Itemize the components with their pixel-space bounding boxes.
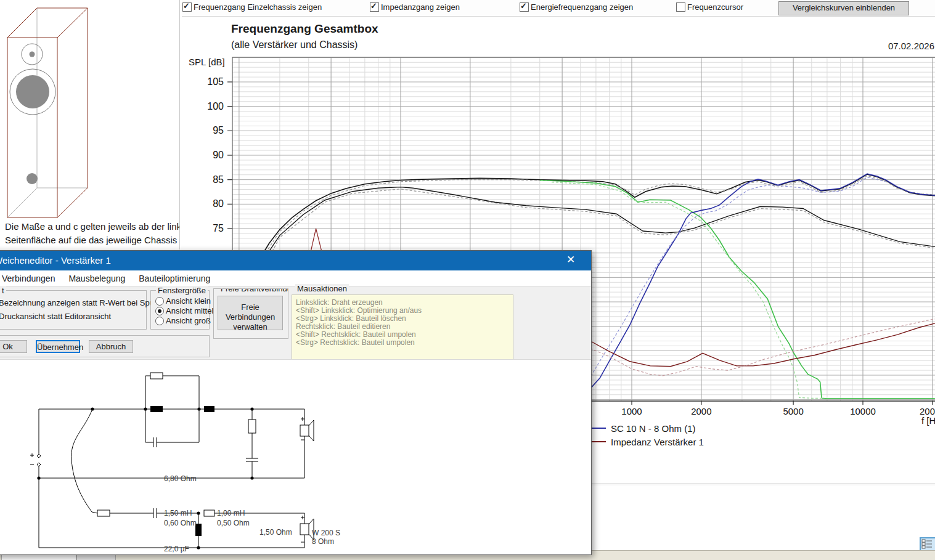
- port-hole: [27, 173, 38, 184]
- svg-text:105: 105: [207, 76, 224, 87]
- option-bezeichnung[interactable]: Bezeichnung anzeigen statt R-Wert bei Sp…: [0, 298, 165, 307]
- svg-text:100: 100: [207, 101, 224, 112]
- schematic-drawing: [1, 360, 591, 554]
- woofer-cone: [16, 75, 49, 108]
- svg-text:2000: 2000: [691, 406, 711, 416]
- option-druckansicht[interactable]: Druckansicht statt Editoransicht: [0, 312, 111, 321]
- toolbar-checkbox-label-1: Impedanzgang zeigen: [381, 2, 460, 12]
- panel-caption-line1: Die Maße a und c gelten jeweils ab der l…: [5, 221, 180, 232]
- cancel-button[interactable]: Abbruch: [89, 340, 133, 353]
- radio-label-2: Ansicht groß: [166, 316, 211, 325]
- radio-label-0: Ansicht klein: [166, 296, 211, 306]
- svg-text:95: 95: [213, 125, 224, 136]
- toolbar-checkbox-1[interactable]: [370, 2, 379, 12]
- tweeter-dome: [30, 52, 35, 57]
- svg-text:75: 75: [213, 223, 224, 233]
- svg-text:80: 80: [213, 198, 224, 209]
- series-vergleichskurve-w-200-s: [552, 182, 823, 399]
- legend-item-1: Impedanz Verstärker 1: [589, 435, 704, 448]
- resistor-shunt[interactable]: [248, 420, 256, 433]
- crossover-schematic[interactable]: 6,80 Ohm 1,50 mH 0,60 Ohm 1,00 mH 0,50 O…: [0, 359, 591, 554]
- chart-legend: SC 10 N - 8 Ohm (1)Impedanz Verstärker 1: [589, 421, 704, 448]
- radio-ansicht-mittel[interactable]: [155, 307, 164, 315]
- free-wires-group: Freie Drahtverbindungen Freie Verbindung…: [213, 288, 288, 339]
- resistor-r3[interactable]: [97, 510, 110, 516]
- resistor-parallel[interactable]: [150, 373, 163, 379]
- toolbar-checkbox-3[interactable]: [676, 2, 685, 12]
- dialog-titlebar[interactable]: Weicheneditor - Verstärker 1: [0, 251, 591, 270]
- apply-button[interactable]: Übernehmen: [36, 340, 80, 353]
- speaker-w200s[interactable]: [300, 417, 314, 441]
- options-group-label: t: [0, 286, 6, 295]
- toolbar-checkbox-2[interactable]: [520, 2, 529, 12]
- mouse-action-line-5: <Strg> Rechtsklick: Bauteil umpolen: [292, 339, 513, 347]
- panel-caption-line2: Seitenfläche auf die das jeweilige Chass…: [5, 235, 180, 245]
- radio-label-1: Ansicht mittel: [166, 306, 213, 315]
- legend-label: SC 10 N - 8 Ohm (1): [611, 423, 696, 434]
- series-impedanz-verstärker-1: [590, 323, 935, 367]
- radio-ansicht-groß[interactable]: [155, 317, 164, 325]
- label-speaker1-imp: 8 Ohm: [312, 537, 334, 546]
- close-icon[interactable]: [560, 251, 581, 270]
- list-view-icon[interactable]: [920, 537, 935, 550]
- mouse-actions-panel: Linksklick: Draht erzeugen<Shift> Linksk…: [292, 294, 513, 360]
- mouse-actions-label: Mausaktionen: [295, 284, 349, 293]
- label-l2-r: 0,50 Ohm: [217, 519, 250, 527]
- svg-text:90: 90: [213, 150, 224, 160]
- dialog-title: Weicheneditor - Verstärker 1: [0, 255, 111, 266]
- inductor-l1[interactable]: [150, 406, 163, 412]
- label-l1-value: 1,50 mH: [164, 509, 192, 517]
- label-l1-r: 0,60 Ohm: [164, 519, 197, 527]
- manage-free-wires-button[interactable]: Freie Verbindungen verwalten: [218, 296, 283, 330]
- legend-item-0: SC 10 N - 8 Ohm (1): [589, 421, 704, 435]
- compare-curves-button[interactable]: Vergleichskurven einblenden: [778, 1, 909, 15]
- svg-text:1000: 1000: [621, 406, 642, 416]
- svg-text:85: 85: [213, 174, 224, 185]
- svg-text:10000: 10000: [850, 406, 876, 416]
- chart-toolbar: Frequenzgang Einzelchassis zeigenImpedan…: [182, 0, 935, 17]
- label-speaker1-name: W 200 S: [312, 529, 340, 537]
- amp-terminals: [30, 453, 41, 466]
- speaker-box-panel: Die Maße a und c gelten jeweils ab der l…: [0, 0, 180, 250]
- ok-button[interactable]: Ok: [0, 340, 27, 353]
- toolbar-checkbox-label-3: Frequenzcursor: [687, 2, 743, 12]
- speaker-box-drawing: [0, 0, 179, 219]
- series-sc-10-n-einzelchassis: [590, 174, 935, 388]
- label-c-parallel: 22,0 µF: [164, 545, 189, 553]
- window-size-group: Fenstergröße Ansicht kleinAnsicht mittel…: [150, 290, 210, 330]
- label-r-shunt: 1,50 Ohm: [259, 528, 292, 537]
- toolbar-checkbox-label-2: Energiefrequenzgang zeigen: [531, 2, 633, 12]
- resistor-r4[interactable]: [204, 510, 214, 516]
- weicheneditor-dialog: Weicheneditor - Verstärker 1 Verbindunge…: [0, 250, 592, 555]
- menu-item-1[interactable]: Mausbelegung: [68, 274, 125, 283]
- legend-label: Impedanz Verstärker 1: [611, 437, 704, 447]
- menu-item-2[interactable]: Bauteiloptimierung: [139, 274, 210, 283]
- svg-text:5000: 5000: [783, 406, 803, 416]
- free-wires-group-label: Freie Drahtverbindungen: [219, 288, 288, 293]
- options-group: t Bezeichnung anzeigen statt R-Wert bei …: [0, 290, 147, 330]
- inductor-l2[interactable]: [204, 406, 214, 412]
- label-r-parallel: 6,80 Ohm: [164, 474, 197, 483]
- radio-ansicht-klein[interactable]: [155, 297, 164, 306]
- menu-item-0[interactable]: Verbindungen: [2, 274, 55, 283]
- series-vergleichskurve-impedanz: [590, 319, 935, 376]
- toolbar-checkbox-label-0: Frequenzgang Einzelchassis zeigen: [194, 2, 322, 12]
- toolbar-checkbox-0[interactable]: [182, 2, 192, 12]
- svg-text:f [Hz]: f [Hz]: [921, 415, 935, 426]
- label-l2-value: 1,00 mH: [217, 509, 245, 517]
- window-size-group-label: Fenstergröße: [156, 286, 208, 295]
